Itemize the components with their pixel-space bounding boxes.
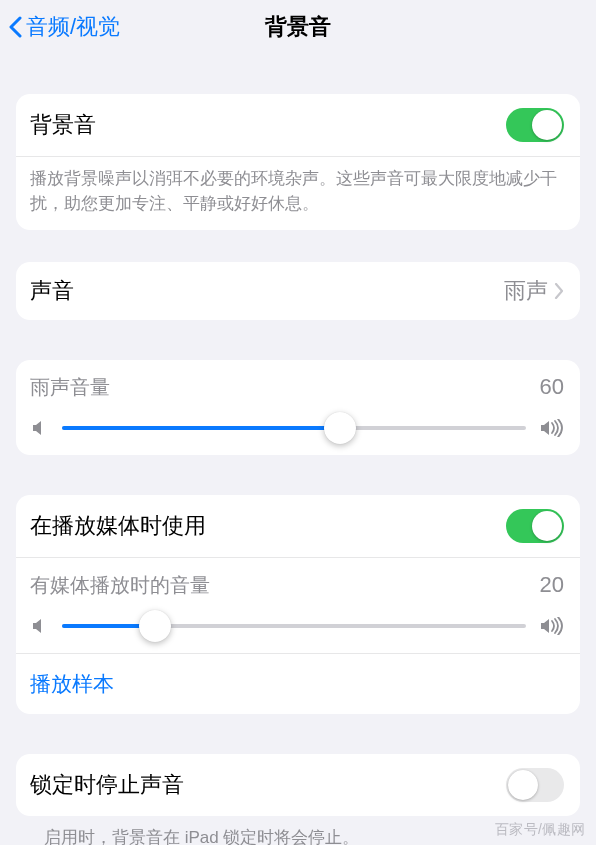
sound-volume-value: 60 [540,374,564,400]
sound-volume-label: 雨声音量 [30,374,110,401]
row-lock-toggle[interactable]: 锁定时停止声音 [16,754,580,816]
section-background-sound: 背景音 播放背景噪声以消弭不必要的环境杂声。这些声音可最大限度地减少干扰，助您更… [16,94,580,230]
row-background-sound-toggle[interactable]: 背景音 [16,94,580,156]
sound-volume-slider[interactable] [30,419,564,437]
background-sound-description: 播放背景噪声以消弭不必要的环境杂声。这些声音可最大限度地减少干扰，助您更加专注、… [16,156,580,230]
slider-track[interactable] [62,426,526,430]
media-toggle-label: 在播放媒体时使用 [30,511,206,541]
volume-high-icon [540,617,564,635]
slider-thumb[interactable] [139,610,171,642]
media-volume-slider[interactable] [30,617,564,635]
section-sound-select: 声音 雨声 [16,262,580,320]
navigation-bar: 音频/视觉 背景音 [0,0,596,54]
volume-low-icon [30,617,48,635]
volume-low-icon [30,419,48,437]
media-volume-label: 有媒体播放时的音量 [30,572,210,599]
sound-label: 声音 [30,276,74,306]
play-sample-link[interactable]: 播放样本 [30,672,114,695]
row-media-volume: 有媒体播放时的音量 20 [16,557,580,653]
back-label: 音频/视觉 [26,12,120,42]
row-play-sample[interactable]: 播放样本 [16,653,580,714]
row-sound-volume: 雨声音量 60 [16,360,580,455]
sound-value: 雨声 [504,276,548,306]
slider-track[interactable] [62,624,526,628]
lock-toggle[interactable] [506,768,564,802]
media-toggle[interactable] [506,509,564,543]
toggle-label: 背景音 [30,110,96,140]
row-sound-select[interactable]: 声音 雨声 [16,262,580,320]
row-media-toggle[interactable]: 在播放媒体时使用 [16,495,580,557]
volume-high-icon [540,419,564,437]
section-media-usage: 在播放媒体时使用 有媒体播放时的音量 20 播放样本 [16,495,580,714]
section-sound-volume: 雨声音量 60 [16,360,580,455]
chevron-right-icon [554,283,564,299]
background-sound-toggle[interactable] [506,108,564,142]
section-lock-stop: 锁定时停止声音 [16,754,580,816]
lock-toggle-label: 锁定时停止声音 [30,770,184,800]
slider-thumb[interactable] [324,412,356,444]
back-button[interactable]: 音频/视觉 [0,12,120,42]
chevron-left-icon [8,16,22,38]
media-volume-value: 20 [540,572,564,598]
lock-description: 启用时，背景音在 iPad 锁定时将会停止。 [16,816,580,845]
